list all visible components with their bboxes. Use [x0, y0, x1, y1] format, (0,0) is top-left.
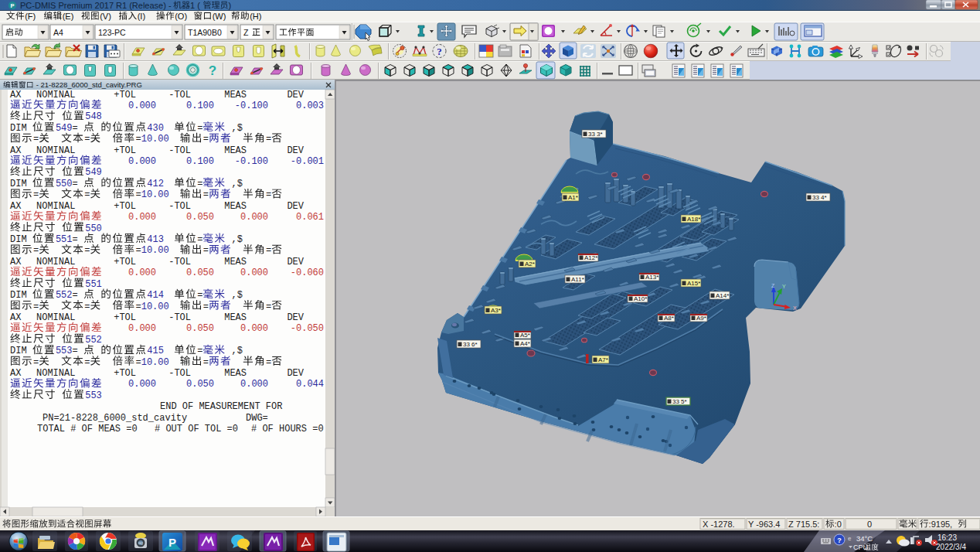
svg-text:(V): (V): [100, 12, 111, 21]
svg-text:0.000: 0.000: [128, 323, 156, 334]
svg-text:=: =: [84, 302, 90, 312]
svg-text:0.000: 0.000: [128, 101, 156, 111]
svg-text:412: 412: [147, 179, 164, 189]
svg-text:DEV: DEV: [287, 312, 304, 323]
svg-text:-0.100: -0.100: [235, 101, 268, 111]
svg-text:X: X: [793, 305, 797, 311]
svg-text:+TOL: +TOL: [114, 145, 136, 156]
svg-text:P: P: [168, 536, 176, 549]
svg-text:DIM: DIM: [10, 234, 32, 245]
svg-text:?: ?: [837, 537, 842, 544]
svg-text:=: =: [197, 290, 202, 301]
svg-text:0.050: 0.050: [186, 212, 214, 223]
svg-text:=: =: [203, 189, 209, 200]
svg-text:-TOL: -TOL: [168, 312, 191, 323]
svg-text:-0.060: -0.060: [291, 267, 324, 278]
svg-text:A15*: A15*: [687, 280, 700, 287]
svg-text:=: =: [33, 189, 39, 200]
svg-text:0: 0: [867, 520, 872, 529]
svg-text:AX: AX: [10, 201, 21, 212]
svg-text:=: =: [266, 245, 271, 256]
svg-text:=: =: [73, 234, 83, 245]
svg-text:10.00: 10.00: [141, 189, 169, 200]
svg-text:NOMINAL: NOMINAL: [36, 201, 75, 212]
svg-text:-TOL: -TOL: [168, 90, 191, 101]
svg-text:MEAS: MEAS: [224, 145, 247, 156]
svg-text:=: =: [84, 134, 90, 145]
svg-text:552: 552: [85, 335, 102, 346]
svg-text:A10*: A10*: [634, 295, 647, 302]
svg-text:AX: AX: [10, 90, 21, 101]
svg-text:A12*: A12*: [584, 254, 597, 261]
svg-text:?: ?: [437, 46, 442, 57]
svg-text:550: 550: [85, 223, 102, 234]
svg-text:NOMINAL: NOMINAL: [36, 90, 75, 101]
svg-text:A11*: A11*: [571, 276, 584, 283]
svg-text:549: 549: [56, 123, 73, 134]
svg-text:-TOL: -TOL: [168, 257, 191, 267]
svg-text:AX: AX: [10, 368, 21, 379]
svg-text:0.050: 0.050: [186, 323, 214, 334]
svg-text:(E): (E): [63, 12, 74, 21]
svg-text:(W): (W): [213, 12, 226, 21]
svg-text:0.000: 0.000: [128, 156, 156, 167]
svg-text:551: 551: [85, 279, 102, 290]
svg-text:413: 413: [147, 234, 164, 245]
svg-text:=: =: [73, 123, 83, 134]
svg-text:-0.050: -0.050: [291, 323, 324, 334]
svg-text:0.000: 0.000: [240, 267, 268, 278]
svg-text:548: 548: [85, 111, 102, 122]
svg-text:=: =: [73, 346, 83, 356]
svg-text:10.00: 10.00: [141, 302, 169, 312]
svg-text:Y: Y: [782, 284, 786, 289]
svg-text:33 6*: 33 6*: [463, 341, 478, 348]
svg-text:,$: ,$: [226, 346, 243, 356]
svg-text:=: =: [203, 245, 209, 256]
svg-text:0.000: 0.000: [128, 267, 156, 278]
svg-text:-TOL: -TOL: [168, 201, 191, 212]
svg-text:415: 415: [147, 346, 164, 356]
svg-text:DIM: DIM: [10, 179, 32, 189]
svg-text:553: 553: [56, 346, 73, 356]
svg-text:A4: A4: [53, 28, 63, 37]
svg-text:549: 549: [85, 167, 102, 178]
svg-text:=: =: [266, 134, 271, 145]
svg-text:T1A90B0: T1A90B0: [188, 28, 222, 37]
svg-text:PC-DMIS Premium 2017 R1 (Relea: PC-DMIS Premium 2017 R1 (Release) -: [20, 1, 174, 10]
svg-text:-0.001: -0.001: [291, 156, 324, 167]
svg-text:=: =: [266, 189, 271, 200]
svg-text:A9*: A9*: [696, 315, 706, 322]
svg-text:+TOL: +TOL: [114, 90, 136, 101]
svg-text:P: P: [10, 2, 14, 9]
svg-text:=: =: [136, 302, 141, 312]
svg-text:551: 551: [56, 234, 73, 245]
svg-text:,$: ,$: [226, 123, 243, 134]
svg-text:TOTAL # OF MEAS =0: TOTAL # OF MEAS =0: [37, 424, 138, 434]
svg-text::9195,: :9195,: [929, 520, 955, 529]
svg-text:1 (: 1 (: [190, 1, 200, 10]
svg-text::0: :0: [835, 520, 842, 529]
svg-text:=: =: [136, 189, 141, 200]
svg-text:10.00: 10.00: [141, 357, 169, 368]
svg-text:NOMINAL: NOMINAL: [36, 312, 75, 323]
svg-text:=: =: [203, 302, 209, 312]
svg-text:(I): (I): [138, 12, 145, 21]
svg-text:=: =: [203, 357, 209, 368]
svg-text:=: =: [84, 245, 90, 256]
svg-text:=: =: [84, 189, 90, 200]
svg-text:=: =: [73, 179, 83, 189]
svg-text:=: =: [197, 179, 202, 189]
svg-text:DEV: DEV: [287, 90, 304, 101]
svg-text:): ): [229, 1, 232, 10]
svg-text:A7*: A7*: [598, 356, 608, 363]
svg-text:Y -963.4: Y -963.4: [748, 520, 780, 529]
svg-text:DIM: DIM: [10, 123, 32, 134]
svg-text:A18*: A18*: [687, 216, 700, 223]
svg-text:552: 552: [56, 290, 73, 301]
svg-text:550: 550: [56, 179, 73, 189]
svg-text:33 4*: 33 4*: [812, 194, 827, 201]
svg-text:34°C: 34°C: [856, 534, 873, 543]
svg-text:,$: ,$: [226, 290, 243, 301]
svg-text:X -1278.: X -1278.: [703, 520, 735, 529]
svg-text:0.050: 0.050: [186, 379, 214, 390]
